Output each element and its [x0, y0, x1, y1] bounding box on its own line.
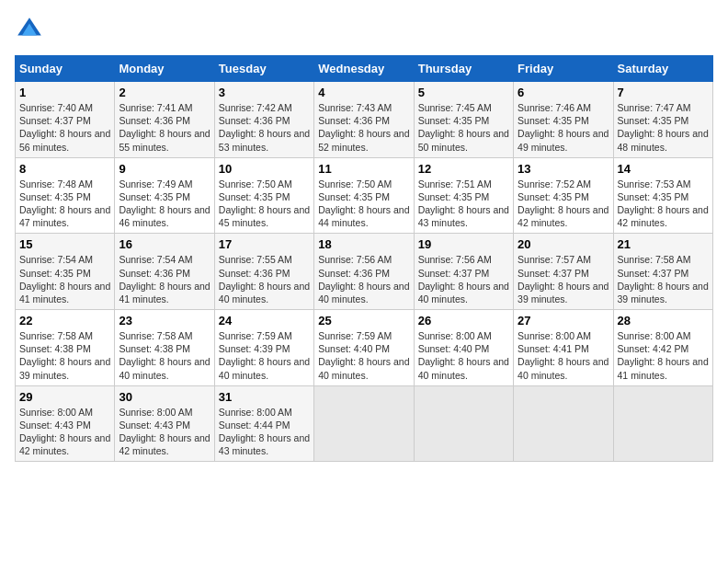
calendar-row: 29 Sunrise: 8:00 AMSunset: 4:43 PMDaylig…: [16, 385, 713, 462]
calendar-header-cell: Thursday: [414, 56, 513, 82]
cell-info: Sunrise: 8:00 AMSunset: 4:43 PMDaylight:…: [119, 407, 210, 457]
calendar-header-cell: Sunday: [16, 56, 115, 82]
cell-info: Sunrise: 7:52 AMSunset: 4:35 PMDaylight:…: [518, 178, 609, 229]
cell-info: Sunrise: 7:49 AMSunset: 4:35 PMDaylight:…: [119, 178, 210, 229]
day-number: 11: [318, 162, 409, 176]
cell-info: Sunrise: 7:53 AMSunset: 4:35 PMDaylight:…: [618, 178, 709, 229]
logo-icon: [15, 15, 44, 44]
calendar-cell: 22 Sunrise: 7:58 AMSunset: 4:38 PMDaylig…: [16, 310, 115, 386]
logo: [15, 15, 48, 44]
cell-info: Sunrise: 8:00 AMSunset: 4:43 PMDaylight:…: [19, 407, 110, 457]
calendar-cell: 25 Sunrise: 7:59 AMSunset: 4:40 PMDaylig…: [314, 310, 414, 386]
calendar-header-cell: Monday: [115, 56, 214, 82]
cell-info: Sunrise: 7:54 AMSunset: 4:35 PMDaylight:…: [19, 254, 110, 304]
calendar-cell: 5 Sunrise: 7:45 AMSunset: 4:35 PMDayligh…: [414, 82, 513, 158]
day-number: 3: [219, 86, 310, 99]
calendar-cell: 19 Sunrise: 7:56 AMSunset: 4:37 PMDaylig…: [414, 234, 513, 310]
calendar-cell: 6 Sunrise: 7:46 AMSunset: 4:35 PMDayligh…: [514, 82, 613, 158]
cell-info: Sunrise: 7:59 AMSunset: 4:39 PMDaylight:…: [219, 330, 310, 381]
cell-info: Sunrise: 7:42 AMSunset: 4:36 PMDaylight:…: [219, 102, 310, 153]
cell-info: Sunrise: 7:59 AMSunset: 4:40 PMDaylight:…: [318, 330, 409, 381]
calendar-cell: 10 Sunrise: 7:50 AMSunset: 4:35 PMDaylig…: [214, 157, 313, 234]
calendar-cell: 21 Sunrise: 7:58 AMSunset: 4:37 PMDaylig…: [613, 234, 712, 310]
cell-info: Sunrise: 7:46 AMSunset: 4:35 PMDaylight:…: [518, 102, 609, 153]
day-number: 23: [119, 314, 210, 327]
calendar-cell: 8 Sunrise: 7:48 AMSunset: 4:35 PMDayligh…: [16, 157, 115, 234]
cell-info: Sunrise: 7:58 AMSunset: 4:37 PMDaylight:…: [618, 254, 709, 304]
cell-info: Sunrise: 7:47 AMSunset: 4:35 PMDaylight:…: [618, 102, 709, 153]
day-number: 26: [418, 314, 509, 327]
day-number: 8: [19, 162, 110, 176]
calendar-cell: 3 Sunrise: 7:42 AMSunset: 4:36 PMDayligh…: [214, 82, 313, 158]
calendar-cell: 27 Sunrise: 8:00 AMSunset: 4:41 PMDaylig…: [514, 310, 613, 386]
calendar-cell: 24 Sunrise: 7:59 AMSunset: 4:39 PMDaylig…: [214, 310, 313, 386]
calendar-cell: [613, 385, 712, 462]
calendar-header-cell: Friday: [514, 56, 613, 82]
cell-info: Sunrise: 7:54 AMSunset: 4:36 PMDaylight:…: [119, 254, 210, 304]
calendar-cell: 7 Sunrise: 7:47 AMSunset: 4:35 PMDayligh…: [613, 82, 712, 158]
calendar-cell: 15 Sunrise: 7:54 AMSunset: 4:35 PMDaylig…: [16, 234, 115, 310]
calendar-cell: [314, 385, 414, 462]
day-number: 20: [518, 237, 609, 251]
day-number: 28: [618, 314, 709, 327]
calendar-cell: 23 Sunrise: 7:58 AMSunset: 4:38 PMDaylig…: [115, 310, 214, 386]
calendar-cell: 18 Sunrise: 7:56 AMSunset: 4:36 PMDaylig…: [314, 234, 414, 310]
cell-info: Sunrise: 7:50 AMSunset: 4:35 PMDaylight:…: [318, 178, 409, 229]
day-number: 22: [19, 314, 110, 327]
day-number: 27: [518, 314, 609, 327]
calendar-row: 1 Sunrise: 7:40 AMSunset: 4:37 PMDayligh…: [16, 82, 713, 158]
calendar-header-cell: Saturday: [613, 56, 712, 82]
cell-info: Sunrise: 7:58 AMSunset: 4:38 PMDaylight:…: [119, 330, 210, 381]
cell-info: Sunrise: 7:57 AMSunset: 4:37 PMDaylight:…: [518, 254, 609, 304]
day-number: 21: [618, 237, 709, 251]
day-number: 25: [318, 314, 409, 327]
cell-info: Sunrise: 7:55 AMSunset: 4:36 PMDaylight:…: [219, 254, 310, 304]
day-number: 12: [418, 162, 509, 176]
day-number: 29: [19, 390, 110, 404]
day-number: 14: [618, 162, 709, 176]
cell-info: Sunrise: 7:41 AMSunset: 4:36 PMDaylight:…: [119, 102, 210, 153]
calendar-cell: 28 Sunrise: 8:00 AMSunset: 4:42 PMDaylig…: [613, 310, 712, 386]
day-number: 24: [219, 314, 310, 327]
day-number: 18: [318, 237, 409, 251]
cell-info: Sunrise: 7:50 AMSunset: 4:35 PMDaylight:…: [219, 178, 310, 229]
cell-info: Sunrise: 7:45 AMSunset: 4:35 PMDaylight:…: [418, 102, 509, 153]
day-number: 4: [318, 86, 409, 99]
calendar-cell: 30 Sunrise: 8:00 AMSunset: 4:43 PMDaylig…: [115, 385, 214, 462]
day-number: 1: [19, 86, 110, 99]
calendar-cell: 31 Sunrise: 8:00 AMSunset: 4:44 PMDaylig…: [214, 385, 313, 462]
calendar-header-cell: Wednesday: [314, 56, 414, 82]
day-number: 2: [119, 86, 210, 99]
day-number: 6: [518, 86, 609, 99]
day-number: 31: [219, 390, 310, 404]
calendar-cell: [414, 385, 513, 462]
day-number: 7: [618, 86, 709, 99]
calendar-cell: 29 Sunrise: 8:00 AMSunset: 4:43 PMDaylig…: [16, 385, 115, 462]
day-number: 16: [119, 237, 210, 251]
calendar-cell: 13 Sunrise: 7:52 AMSunset: 4:35 PMDaylig…: [514, 157, 613, 234]
cell-info: Sunrise: 7:40 AMSunset: 4:37 PMDaylight:…: [19, 102, 110, 153]
cell-info: Sunrise: 7:56 AMSunset: 4:36 PMDaylight:…: [318, 254, 409, 304]
cell-info: Sunrise: 8:00 AMSunset: 4:40 PMDaylight:…: [418, 330, 509, 381]
calendar-cell: 2 Sunrise: 7:41 AMSunset: 4:36 PMDayligh…: [115, 82, 214, 158]
day-number: 10: [219, 162, 310, 176]
day-number: 5: [418, 86, 509, 99]
calendar-row: 22 Sunrise: 7:58 AMSunset: 4:38 PMDaylig…: [16, 310, 713, 386]
calendar-cell: 26 Sunrise: 8:00 AMSunset: 4:40 PMDaylig…: [414, 310, 513, 386]
day-number: 30: [119, 390, 210, 404]
cell-info: Sunrise: 7:56 AMSunset: 4:37 PMDaylight:…: [418, 254, 509, 304]
cell-info: Sunrise: 8:00 AMSunset: 4:41 PMDaylight:…: [518, 330, 609, 381]
calendar-header-row: SundayMondayTuesdayWednesdayThursdayFrid…: [16, 56, 713, 82]
calendar-cell: 12 Sunrise: 7:51 AMSunset: 4:35 PMDaylig…: [414, 157, 513, 234]
day-number: 13: [518, 162, 609, 176]
calendar-row: 8 Sunrise: 7:48 AMSunset: 4:35 PMDayligh…: [16, 157, 713, 234]
day-number: 9: [119, 162, 210, 176]
calendar-cell: 16 Sunrise: 7:54 AMSunset: 4:36 PMDaylig…: [115, 234, 214, 310]
header: [15, 15, 713, 44]
cell-info: Sunrise: 7:48 AMSunset: 4:35 PMDaylight:…: [19, 178, 110, 229]
calendar-row: 15 Sunrise: 7:54 AMSunset: 4:35 PMDaylig…: [16, 234, 713, 310]
calendar-cell: 11 Sunrise: 7:50 AMSunset: 4:35 PMDaylig…: [314, 157, 414, 234]
cell-info: Sunrise: 7:43 AMSunset: 4:36 PMDaylight:…: [318, 102, 409, 153]
cell-info: Sunrise: 8:00 AMSunset: 4:42 PMDaylight:…: [618, 330, 709, 381]
calendar-cell: 4 Sunrise: 7:43 AMSunset: 4:36 PMDayligh…: [314, 82, 414, 158]
